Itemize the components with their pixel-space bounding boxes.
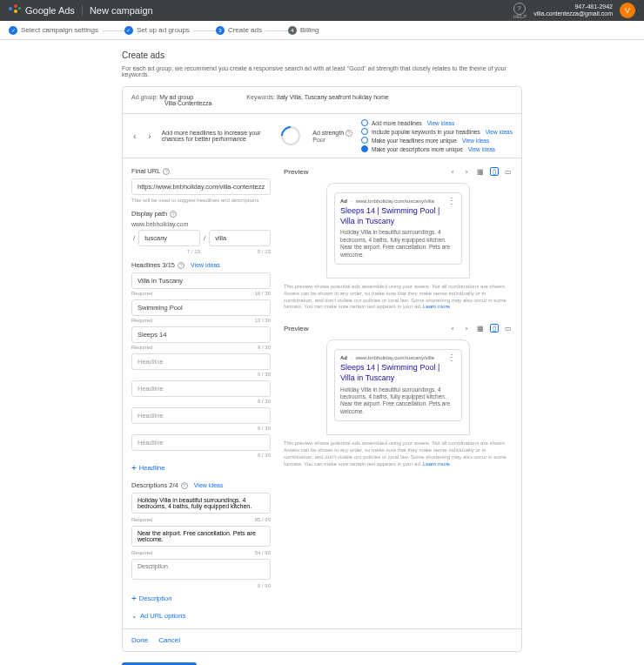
suggestion-item: Make your headlines more uniqueView idea…	[361, 137, 513, 144]
learn-more-link[interactable]: Learn more	[423, 461, 450, 467]
description-input-2[interactable]	[131, 559, 271, 580]
circle-icon	[361, 137, 368, 144]
ad-preview-desc: Holiday Villa in beautiful surroundings.…	[340, 229, 456, 259]
suggestion-item: Include popular keywords in your headlin…	[361, 128, 513, 135]
done-button[interactable]: Done	[131, 636, 148, 644]
required-label: Required	[131, 345, 152, 350]
char-counter: 16 / 30	[255, 291, 271, 296]
circle-icon	[361, 145, 368, 152]
char-counter: 0 / 30	[258, 426, 271, 431]
view-ideas-link[interactable]: View ideas	[462, 138, 489, 144]
kebab-icon[interactable]: ⋮	[447, 355, 456, 360]
plus-icon: +	[131, 463, 137, 473]
description-input-1[interactable]: Near the airport. Free cancellation. Pet…	[131, 526, 271, 547]
check-icon: ✓	[9, 26, 17, 35]
help-icon: ?	[513, 3, 526, 15]
description-input-0[interactable]: Holiday Villa in beautiful surroundings.…	[131, 493, 271, 514]
preview-label: Preview	[284, 325, 308, 332]
kebab-icon[interactable]: ⋮	[447, 198, 456, 204]
form-footer: Done Cancel	[123, 628, 521, 651]
final-url-input[interactable]	[131, 178, 271, 195]
view-ideas-link[interactable]: View ideas	[468, 146, 495, 152]
char-counter: 85 / 90	[255, 517, 271, 522]
headline-input-5[interactable]	[131, 407, 271, 424]
circle-icon	[361, 119, 368, 126]
slash-icon: /	[202, 234, 207, 242]
cancel-button[interactable]: Cancel	[158, 636, 180, 644]
info-icon[interactable]: ?	[345, 130, 352, 137]
ad-preview-title: Sleeps 14 | Swimming Pool | Villa in Tus…	[340, 363, 456, 383]
preview-label: Preview	[284, 168, 308, 176]
view-ideas-link[interactable]: View ideas	[191, 262, 220, 268]
mobile-view-icon[interactable]: ▯	[490, 324, 499, 332]
add-description-button[interactable]: +Description	[131, 594, 271, 603]
google-ads-logo	[9, 4, 21, 17]
view-ideas-link[interactable]: View ideas	[427, 120, 454, 126]
section-subtitle: For each ad group, we recommend you crea…	[122, 65, 522, 77]
suggestion-item: Add more headlinesView ideas	[361, 119, 513, 126]
progress-steps: ✓Select campaign settings ✓Set up ad gro…	[0, 21, 644, 40]
slash-icon: /	[131, 234, 137, 242]
required-label: Required	[131, 291, 152, 296]
step-4[interactable]: 4Billing	[288, 26, 319, 35]
desktop-view-icon[interactable]: ▭	[504, 167, 513, 176]
final-url-helper: This will be used to suggest headlines a…	[131, 198, 271, 203]
ad-badge: Ad	[340, 198, 347, 204]
display-path-base: www.bnbholiday.com	[131, 221, 271, 227]
next-hint-button[interactable]: ›	[146, 131, 152, 141]
path-2-input[interactable]	[209, 230, 271, 246]
grid-view-icon[interactable]: ▦	[476, 167, 485, 176]
step-2[interactable]: ✓Set up ad groups	[124, 26, 190, 35]
required-label: Required	[131, 550, 152, 555]
preview-prev-button[interactable]: ‹	[448, 324, 457, 332]
brand-name: Google Ads	[25, 5, 75, 16]
phone-frame: Ad · www.bnbholiday.com/tuscany/villa ⋮ …	[326, 183, 470, 279]
char-counter: 0 / 90	[258, 583, 271, 588]
headline-input-3[interactable]	[131, 353, 271, 370]
view-ideas-link[interactable]: View ideas	[486, 129, 513, 135]
descriptions-label: Descriptions 2/4?View ideas	[131, 481, 271, 489]
ad-editor-card: Ad group: My ad group Villa Contentezza …	[122, 86, 522, 652]
page-title: New campaign	[90, 5, 153, 16]
path-1-input[interactable]	[138, 230, 200, 246]
view-ideas-link[interactable]: View ideas	[194, 482, 224, 488]
grid-view-icon[interactable]: ▦	[476, 324, 485, 332]
chevron-down-icon: ⌄	[131, 612, 138, 620]
learn-more-link[interactable]: Learn more	[423, 304, 450, 309]
step-3[interactable]: 3Create ads	[216, 26, 262, 35]
app-header: Google Ads New campaign ? HELP 947-481-2…	[0, 0, 644, 21]
required-label: Required	[131, 318, 152, 323]
ad-preview-title: Sleeps 14 | Swimming Pool | Villa in Tus…	[340, 206, 456, 226]
preview-next-button[interactable]: ›	[462, 324, 471, 332]
char-counter: 0 / 30	[258, 399, 271, 404]
info-icon[interactable]: ?	[178, 262, 184, 269]
help-button[interactable]: ? HELP	[513, 3, 527, 19]
avatar[interactable]: V	[620, 3, 635, 18]
preview-next-button[interactable]: ›	[462, 167, 471, 176]
plus-icon: +	[131, 594, 137, 603]
headline-input-2[interactable]	[131, 326, 271, 343]
check-icon: ✓	[124, 26, 133, 35]
char-counter: 0 / 30	[258, 453, 271, 458]
headline-input-6[interactable]	[131, 434, 271, 451]
ad-strength: Ad strength ? Poor	[312, 130, 352, 143]
info-icon[interactable]: ?	[170, 211, 177, 218]
step-1[interactable]: ✓Select campaign settings	[9, 26, 98, 35]
ad-url-options-toggle[interactable]: ⌄Ad URL options	[131, 612, 271, 620]
prev-hint-button[interactable]: ‹	[131, 131, 138, 141]
phone-frame: Ad · www.bnbholiday.com/tuscany/villa ⋮ …	[326, 339, 470, 435]
headline-input-0[interactable]	[131, 272, 271, 289]
section-title: Create ads	[122, 50, 522, 60]
mobile-view-icon[interactable]: ▯	[490, 167, 499, 176]
path-1-counter: 7 / 15	[138, 249, 200, 254]
headline-input-1[interactable]	[131, 299, 271, 316]
info-icon[interactable]: ?	[181, 482, 188, 489]
info-icon[interactable]: ?	[163, 168, 170, 175]
suggestion-item: Make your descriptions more uniqueView i…	[361, 145, 513, 152]
headline-input-4[interactable]	[131, 380, 271, 397]
dot-icon: ·	[351, 355, 352, 360]
preview-prev-button[interactable]: ‹	[448, 167, 457, 176]
add-headline-button[interactable]: +Headline	[131, 463, 271, 473]
desktop-view-icon[interactable]: ▭	[504, 324, 513, 332]
hint-bar: ‹ › Add more headlines to increase your …	[123, 113, 521, 158]
